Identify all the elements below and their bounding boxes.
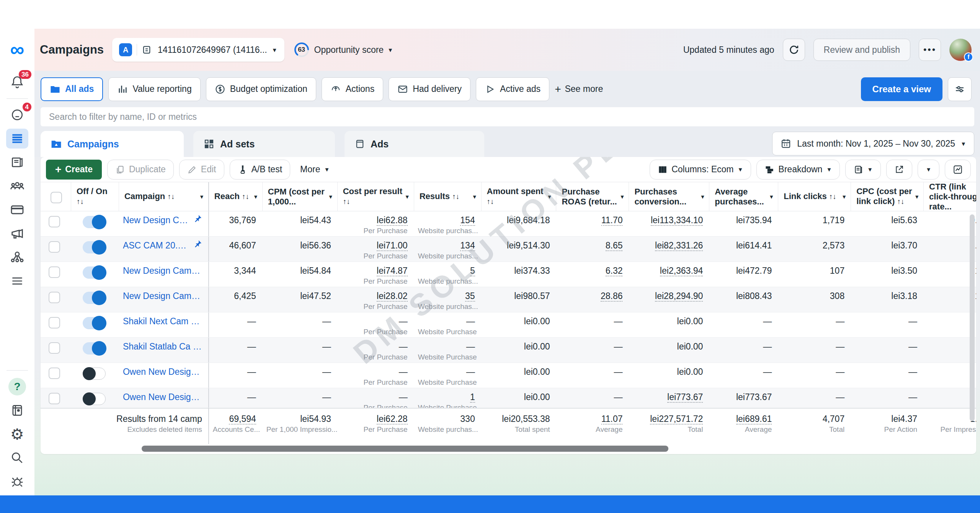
- chevron-down-icon[interactable]: ▼: [328, 192, 333, 202]
- row-checkbox[interactable]: [49, 393, 60, 404]
- campaign-name-link[interactable]: Shakil Statlab Ca 15...: [123, 341, 202, 352]
- column-header-spent[interactable]: Amount spent ↑↓▼: [482, 182, 557, 211]
- review-and-publish-button[interactable]: Review and publish: [813, 39, 910, 61]
- campaign-toggle-on[interactable]: [83, 266, 106, 279]
- sidebar-item-audiences-icon[interactable]: [6, 176, 28, 196]
- column-header-ctr[interactable]: CTR (link click-through rate...: [924, 182, 976, 211]
- campaign-toggle-on[interactable]: [83, 241, 106, 253]
- column-header-avg_purchases[interactable]: Average purchases...▼: [709, 182, 778, 211]
- chevron-down-icon[interactable]: ▼: [700, 192, 705, 202]
- tab-ads[interactable]: Ads: [345, 131, 484, 157]
- tab-campaigns[interactable]: Campaigns: [41, 131, 184, 157]
- sidebar-item-billing-icon[interactable]: [6, 200, 28, 220]
- chevron-down-icon[interactable]: ▼: [253, 192, 258, 202]
- filter-chip-all-ads[interactable]: All ads: [41, 77, 103, 101]
- sidebar-menu-icon[interactable]: [6, 271, 28, 291]
- bug-report-icon[interactable]: [6, 472, 28, 492]
- tab-ad-sets[interactable]: Ad sets: [193, 131, 335, 157]
- account-alerts-icon[interactable]: 4: [6, 105, 28, 125]
- vertical-scrollbar-thumb[interactable]: [970, 214, 975, 421]
- chevron-down-icon[interactable]: ▼: [199, 192, 204, 202]
- campaign-name-link[interactable]: Shakil Next Cam 20...: [123, 315, 202, 327]
- sidebar-item-assets-icon[interactable]: [6, 247, 28, 267]
- chevron-down-icon[interactable]: ▼: [405, 192, 410, 202]
- cell-results: 5Website purchas...: [414, 262, 482, 287]
- breakdown-button[interactable]: Breakdown▼: [756, 160, 840, 180]
- row-checkbox[interactable]: [49, 216, 60, 227]
- column-header-cost_per_result[interactable]: Cost per result ↑↓▼: [338, 182, 414, 211]
- column-header-reach[interactable]: Reach ↑↓▼: [209, 182, 263, 211]
- filter-chip-active-ads[interactable]: Active ads: [476, 77, 549, 101]
- account-selector[interactable]: A 141161072649967 (14116... ▼: [112, 38, 284, 62]
- create-a-view-button[interactable]: Create a view: [861, 77, 942, 101]
- select-all-checkbox[interactable]: [51, 192, 62, 203]
- column-header-name[interactable]: Campaign ↑↓▼: [119, 182, 209, 211]
- campaign-name-link[interactable]: New Design Cam 2 ...: [123, 265, 202, 276]
- chevron-down-icon[interactable]: ▼: [547, 192, 552, 202]
- campaign-toggle-on[interactable]: [83, 342, 106, 355]
- refresh-button[interactable]: [783, 39, 805, 61]
- see-more-button[interactable]: + See more: [555, 83, 603, 95]
- campaign-name-link[interactable]: ASC CAM 20.10....: [123, 240, 191, 251]
- export-options-button[interactable]: ▼: [918, 160, 939, 180]
- column-header-cpc[interactable]: CPC (cost per link click) ↑↓▼: [851, 182, 924, 211]
- filter-chip-actions[interactable]: Actions: [322, 77, 383, 101]
- campaign-name-link[interactable]: New Design Cam 2 ...: [123, 290, 202, 302]
- row-checkbox[interactable]: [49, 266, 60, 278]
- row-checkbox[interactable]: [49, 342, 60, 354]
- row-checkbox[interactable]: [49, 241, 60, 253]
- duplicate-button[interactable]: Duplicate: [107, 160, 174, 180]
- date-range-selector[interactable]: Last month: Nov 1, 2025 – Nov 30, 2025 ▼: [772, 132, 974, 155]
- export-button[interactable]: [886, 160, 912, 180]
- help-icon[interactable]: ?: [6, 377, 28, 397]
- columns-button[interactable]: Columns: Ecom▼: [650, 160, 751, 180]
- campaign-name-link[interactable]: Owen New Design ...: [123, 366, 202, 377]
- column-header-purchases_conversion[interactable]: Purchases conversion...▼: [629, 182, 709, 211]
- view-settings-button[interactable]: [948, 77, 972, 101]
- cell-value: 1,719: [782, 214, 844, 226]
- chevron-down-icon[interactable]: ▼: [914, 192, 920, 202]
- row-checkbox[interactable]: [49, 292, 60, 303]
- campaign-toggle-on[interactable]: [83, 317, 106, 329]
- campaign-name-link[interactable]: Owen New Design ...: [123, 391, 202, 403]
- filter-chip-had-delivery[interactable]: Had delivery: [389, 77, 470, 101]
- column-header-roas[interactable]: Purchase ROAS (retur...▼: [556, 182, 629, 211]
- row-checkbox[interactable]: [49, 317, 60, 328]
- row-checkbox[interactable]: [49, 368, 60, 379]
- campaign-toggle-off[interactable]: [83, 368, 106, 380]
- campaign-toggle-on[interactable]: [83, 216, 106, 228]
- more-button[interactable]: More▼: [296, 164, 334, 175]
- search-input[interactable]: [41, 107, 974, 126]
- column-header-toggle[interactable]: Off / On ↑↓: [71, 182, 119, 211]
- campaign-toggle-off[interactable]: [83, 393, 106, 405]
- settings-gear-icon[interactable]: ⚙: [6, 424, 28, 444]
- charts-button[interactable]: [945, 160, 971, 180]
- chevron-down-icon[interactable]: ▼: [472, 192, 477, 202]
- filter-chip-value-reporting[interactable]: Value reporting: [108, 77, 200, 101]
- campaign-name-link[interactable]: New Design Cam...: [123, 214, 191, 226]
- chevron-down-icon: ▼: [737, 166, 743, 173]
- avatar[interactable]: f: [949, 39, 972, 61]
- ab-test-button[interactable]: A/B test: [230, 160, 291, 180]
- notifications-bell-icon[interactable]: 36: [6, 72, 28, 92]
- sidebar-item-campaigns[interactable]: [6, 129, 28, 149]
- create-button[interactable]: + Create: [46, 160, 102, 180]
- column-header-cpm[interactable]: CPM (cost per 1,000...▼: [263, 182, 338, 211]
- meta-logo-icon[interactable]: ∞: [6, 39, 28, 59]
- column-header-results[interactable]: Results ↑↓▼: [414, 182, 482, 211]
- reports-notebook-icon[interactable]: [6, 400, 28, 420]
- sidebar-item-pages-icon[interactable]: [6, 152, 28, 172]
- search-icon[interactable]: [6, 448, 28, 468]
- chevron-down-icon[interactable]: ▼: [841, 192, 847, 202]
- opportunity-score[interactable]: 63 Opportunity score ▼: [293, 41, 393, 59]
- chevron-down-icon[interactable]: ▼: [769, 192, 774, 202]
- reports-button[interactable]: ▼: [845, 160, 881, 180]
- horizontal-scrollbar-thumb[interactable]: [142, 446, 668, 452]
- chevron-down-icon[interactable]: ▼: [620, 192, 625, 202]
- more-options-button[interactable]: •••: [919, 39, 941, 61]
- sidebar-item-ads-megaphone-icon[interactable]: [6, 224, 28, 243]
- filter-chip-budget-optimization[interactable]: Budget optimization: [206, 77, 316, 101]
- column-header-link_clicks[interactable]: Link clicks ↑↓▼: [778, 182, 851, 211]
- campaign-toggle-on[interactable]: [83, 292, 106, 304]
- edit-button[interactable]: Edit: [179, 160, 224, 180]
